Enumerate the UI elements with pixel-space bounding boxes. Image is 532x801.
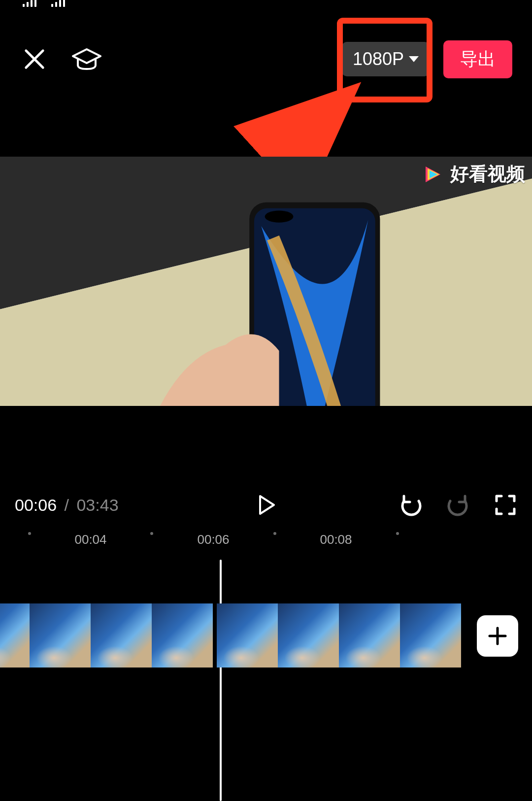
ruler-tick [150,532,153,535]
video-preview[interactable]: 好看视频 [0,157,532,406]
undo-icon [399,493,423,517]
tutorial-button[interactable] [71,43,102,75]
export-button[interactable]: 导出 [443,40,512,78]
fullscreen-button[interactable] [494,493,517,517]
clip-thumbnail[interactable] [217,603,278,668]
ruler-mark: 00:04 [74,532,106,547]
undo-button[interactable] [399,493,423,517]
timeline[interactable] [0,603,532,801]
timecode-current: 00:06 [15,496,57,514]
clip-thumbnail[interactable] [152,603,213,668]
svg-point-5 [265,211,294,223]
clip-thumbnail[interactable] [0,603,30,668]
close-icon [23,48,46,70]
transport-bar: 00:06 / 03:43 [0,485,532,525]
watermark-logo-icon [421,163,444,186]
ruler-tick [28,532,31,535]
clip-thumbnail[interactable] [339,603,400,668]
status-bar [0,0,532,9]
graduation-cap-icon [71,47,102,71]
timecode-total: 03:43 [76,496,118,514]
timecode-separator: / [62,496,72,514]
clip-thumbnail[interactable] [30,603,91,668]
video-watermark: 好看视频 [421,162,525,187]
ruler-tick [273,532,276,535]
clip-gap [213,603,217,668]
redo-button[interactable] [446,493,470,517]
play-button[interactable] [254,493,278,517]
signal-icon-2 [51,0,65,7]
play-icon [254,493,278,517]
preview-frame-image [0,157,532,406]
signal-icon [23,0,36,7]
export-label: 导出 [460,49,496,69]
playhead[interactable] [220,560,222,801]
editor-top-bar: 1080P 导出 [0,34,532,84]
timecode: 00:06 / 03:43 [15,496,119,515]
ruler-mark: 00:06 [197,532,229,547]
clip-thumbnail[interactable] [400,603,461,668]
add-clip-button[interactable] [477,615,518,657]
watermark-text: 好看视频 [450,162,525,187]
ruler-mark: 00:08 [320,532,352,547]
status-left [23,0,65,7]
plus-icon [488,626,507,646]
redo-icon [446,493,470,517]
clip-track[interactable] [0,603,532,668]
ruler-tick [396,532,399,535]
fullscreen-icon [494,493,517,517]
timeline-ruler[interactable]: 00:04 00:06 00:08 [0,532,532,552]
clip-thumbnail[interactable] [278,603,339,668]
close-button[interactable] [20,44,49,74]
annotation-highlight-box [337,18,432,102]
clip-thumbnail[interactable] [91,603,152,668]
